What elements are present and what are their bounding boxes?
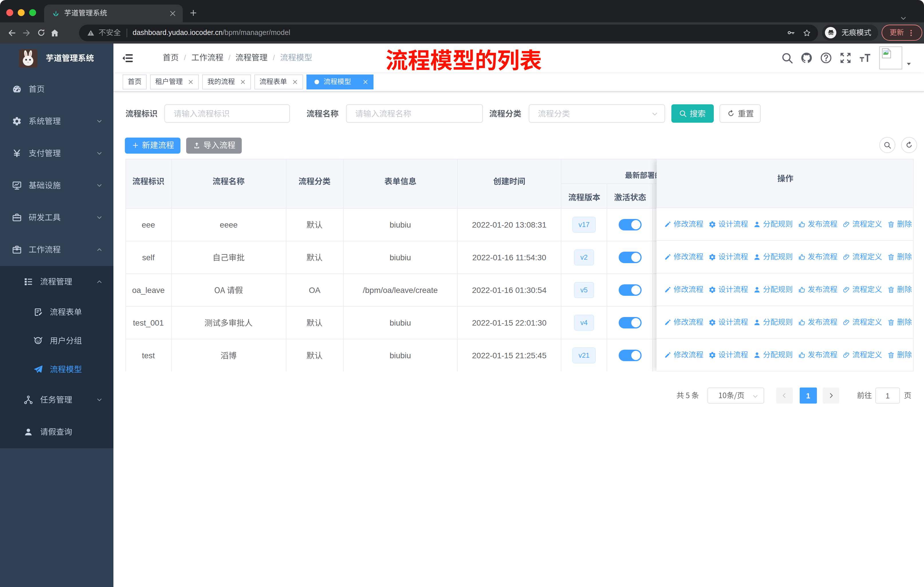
- cell-form-link[interactable]: biubiu: [343, 339, 457, 372]
- sidebar-menu-item[interactable]: [0, 202, 114, 233]
- sidebar-menu-item[interactable]: [0, 355, 114, 384]
- sidebar-menu-item[interactable]: [0, 298, 114, 326]
- row-action-link[interactable]: [664, 318, 703, 326]
- version-chip[interactable]: v21: [572, 347, 596, 364]
- cell-form-link[interactable]: biubiu: [343, 208, 457, 241]
- row-action-link[interactable]: [753, 285, 793, 294]
- key-icon[interactable]: [787, 28, 796, 37]
- row-action-link[interactable]: [664, 285, 703, 294]
- active-toggle-switch[interactable]: [619, 317, 641, 329]
- row-action-link[interactable]: [843, 253, 882, 261]
- tags-view-tag[interactable]: [254, 74, 303, 89]
- tags-view-tag[interactable]: [307, 74, 373, 89]
- row-action-link[interactable]: [798, 220, 838, 228]
- tag-close-icon[interactable]: [363, 79, 368, 85]
- row-action-link[interactable]: [753, 253, 793, 261]
- cell-process-name-link[interactable]: [171, 274, 286, 306]
- sidebar-menu-item[interactable]: [0, 384, 114, 416]
- sidebar-menu-item[interactable]: [0, 266, 114, 298]
- sidebar-menu-item[interactable]: [0, 137, 114, 169]
- breadcrumb-item[interactable]: [163, 53, 179, 62]
- sidebar-logo[interactable]: [0, 43, 114, 73]
- reload-icon[interactable]: [37, 28, 46, 37]
- row-action-link[interactable]: [887, 253, 912, 261]
- home-icon[interactable]: [50, 28, 59, 38]
- row-action-link[interactable]: [887, 351, 912, 359]
- create-process-button[interactable]: [125, 137, 180, 153]
- sidebar-menu-item[interactable]: [0, 233, 114, 266]
- kebab-menu-icon[interactable]: [908, 29, 915, 36]
- next-page-button[interactable]: [823, 387, 839, 403]
- cell-process-name-link[interactable]: eeee: [171, 208, 286, 241]
- page-size-select[interactable]: [707, 387, 764, 403]
- active-toggle-switch[interactable]: [619, 350, 641, 361]
- version-chip[interactable]: v2: [574, 250, 594, 265]
- row-action-link[interactable]: [843, 318, 882, 326]
- version-chip[interactable]: v4: [574, 315, 594, 331]
- tab-search-chevron-icon[interactable]: [900, 15, 907, 22]
- window-minimize-button[interactable]: [18, 9, 25, 16]
- breadcrumb-item[interactable]: [236, 53, 268, 62]
- back-arrow-icon[interactable]: [7, 28, 16, 38]
- cell-process-name-link[interactable]: [171, 306, 286, 339]
- window-zoom-button[interactable]: [30, 9, 36, 16]
- row-action-link[interactable]: [798, 351, 838, 359]
- tab-close-icon[interactable]: [169, 10, 177, 17]
- new-tab-button[interactable]: [189, 8, 198, 17]
- import-process-button[interactable]: [186, 137, 242, 153]
- filter-category-select[interactable]: [529, 104, 665, 123]
- tags-view-tag[interactable]: [202, 74, 251, 89]
- search-button[interactable]: [672, 104, 713, 123]
- cell-process-name-link[interactable]: [171, 241, 286, 274]
- row-action-link[interactable]: [843, 351, 882, 359]
- version-chip[interactable]: v5: [574, 282, 594, 298]
- sidebar-menu-item[interactable]: [0, 326, 114, 355]
- row-action-link[interactable]: [843, 285, 882, 294]
- cell-process-name-link[interactable]: [171, 339, 286, 372]
- row-action-link[interactable]: [664, 351, 703, 359]
- row-action-link[interactable]: [709, 351, 748, 359]
- row-action-link[interactable]: [798, 253, 838, 261]
- sidebar-menu-item[interactable]: [0, 416, 114, 448]
- bookmark-star-icon[interactable]: [803, 28, 811, 37]
- row-action-link[interactable]: [709, 220, 748, 228]
- cell-form-link[interactable]: biubiu: [343, 241, 457, 274]
- navbar-action-icon[interactable]: [800, 51, 813, 64]
- hamburger-icon[interactable]: [122, 52, 134, 64]
- navbar-action-icon[interactable]: [839, 51, 852, 64]
- tag-close-icon[interactable]: [188, 79, 194, 85]
- goto-page-input[interactable]: [875, 387, 900, 403]
- row-action-link[interactable]: [753, 318, 793, 326]
- active-toggle-switch[interactable]: [619, 251, 641, 263]
- row-action-link[interactable]: [753, 220, 793, 228]
- prev-page-button[interactable]: [776, 387, 792, 403]
- row-action-link[interactable]: [664, 253, 703, 261]
- avatar-caret-down-icon[interactable]: [906, 61, 912, 67]
- cell-form-link[interactable]: /bpm/oa/leave/create: [343, 274, 457, 306]
- tag-close-icon[interactable]: [240, 79, 246, 85]
- window-close-button[interactable]: [7, 9, 13, 16]
- tags-view-tag[interactable]: [122, 74, 147, 89]
- row-action-link[interactable]: [664, 220, 703, 228]
- cell-form-link[interactable]: biubiu: [343, 306, 457, 339]
- row-action-link[interactable]: [709, 253, 748, 261]
- row-action-link[interactable]: [887, 285, 912, 294]
- tag-close-icon[interactable]: [292, 79, 298, 85]
- row-action-link[interactable]: [753, 351, 793, 359]
- url-address-bar[interactable]: dashboard.yudao.iocoder.cn/bpm/manager/m…: [79, 24, 818, 41]
- breadcrumb-item[interactable]: [191, 53, 223, 62]
- row-action-link[interactable]: [709, 318, 748, 326]
- sidebar-menu-item[interactable]: [0, 73, 114, 105]
- browser-tab[interactable]: [44, 4, 183, 22]
- filter-name-input[interactable]: [346, 104, 483, 123]
- row-action-link[interactable]: [709, 285, 748, 294]
- navbar-action-icon[interactable]: [781, 51, 794, 64]
- version-chip[interactable]: v17: [572, 217, 596, 233]
- sidebar-menu-item[interactable]: [0, 105, 114, 137]
- current-page-button[interactable]: 1: [800, 387, 817, 403]
- filter-key-input[interactable]: [164, 104, 290, 123]
- row-action-link[interactable]: [887, 220, 912, 228]
- sidebar-menu-item[interactable]: [0, 169, 114, 202]
- breadcrumb-item[interactable]: [280, 53, 312, 62]
- row-action-link[interactable]: [887, 318, 912, 326]
